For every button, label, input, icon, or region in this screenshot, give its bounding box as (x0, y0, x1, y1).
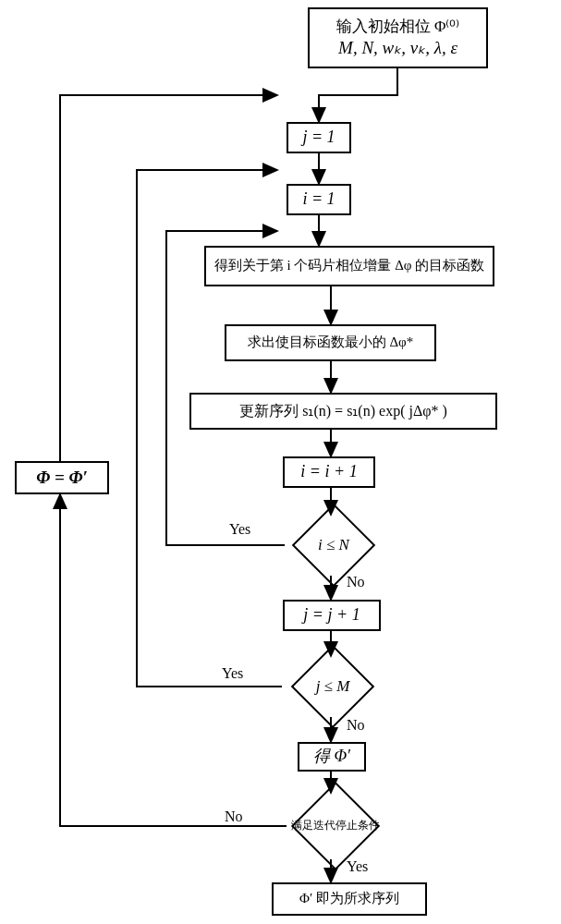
diamond-jM-label: j ≤ M (282, 656, 384, 717)
diamond-j-le-M: j ≤ M (282, 656, 384, 717)
diamond-stop-cond: 满足迭代停止条件 (287, 793, 384, 859)
box-minimize: 求出使目标函数最小的 Δφ* (225, 324, 436, 361)
input-line2: M, N, wₖ, vₖ, λ, ε (338, 37, 457, 60)
box-phi-eq-phiprime: Φ = Φ′ (15, 461, 109, 494)
label-yes-2: Yes (222, 665, 243, 682)
label-no-3: No (225, 808, 243, 825)
box-input: 输入初始相位 Φ⁽⁰⁾ M, N, wₖ, vₖ, λ, ε (308, 7, 488, 68)
box-objective: 得到关于第 i 个码片相位增量 Δφ 的目标函数 (204, 246, 494, 286)
diamond-stop-label: 满足迭代停止条件 (287, 793, 384, 859)
diamond-iN-label: i ≤ N (285, 515, 383, 576)
label-no-2: No (347, 717, 365, 734)
label-yes-3: Yes (347, 858, 368, 875)
box-inc-i: i = i + 1 (283, 456, 375, 488)
box-get-phi: 得 Φ′ (298, 742, 366, 772)
box-update-seq: 更新序列 s₁(n) = s₁(n) exp( jΔφ* ) (189, 393, 497, 430)
input-line1: 输入初始相位 Φ⁽⁰⁾ (336, 17, 460, 37)
box-result: Φ′ 即为所求序列 (272, 882, 427, 916)
label-no-1: No (347, 574, 365, 590)
box-j-eq-1: j = 1 (287, 122, 351, 153)
diamond-i-le-N: i ≤ N (285, 515, 383, 576)
box-inc-j: j = j + 1 (283, 600, 381, 631)
box-i-eq-1: i = 1 (287, 184, 351, 215)
label-yes-1: Yes (229, 521, 250, 538)
